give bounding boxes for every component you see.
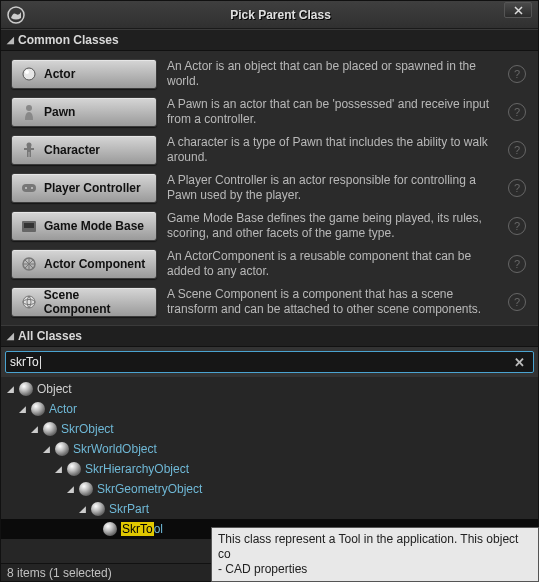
class-button-character[interactable]: Character: [11, 135, 157, 165]
titlebar: Pick Parent Class: [1, 1, 538, 29]
class-desc: A Pawn is an actor that can be 'possesse…: [163, 95, 502, 129]
tree-item[interactable]: ◢SkrGeometryObject: [1, 479, 538, 499]
search-input[interactable]: skrTo ✕: [5, 351, 534, 373]
class-row-player-controller: Player Controller A Player Controller is…: [5, 169, 534, 207]
class-button-pawn[interactable]: Pawn: [11, 97, 157, 127]
help-icon[interactable]: ?: [508, 255, 526, 273]
tree-item[interactable]: ◢SkrPart: [1, 499, 538, 519]
svg-point-16: [23, 296, 35, 308]
class-button-scene-component[interactable]: Scene Component: [11, 287, 157, 317]
class-desc: An Actor is an object that can be placed…: [163, 57, 502, 91]
class-button-player-controller[interactable]: Player Controller: [11, 173, 157, 203]
window-title: Pick Parent Class: [27, 8, 534, 22]
tooltip: This class represent a Tool in the appli…: [211, 527, 539, 582]
svg-rect-5: [27, 147, 31, 152]
class-sphere-icon: [31, 402, 45, 416]
character-icon: [20, 141, 38, 159]
help-icon[interactable]: ?: [508, 217, 526, 235]
class-sphere-icon: [43, 422, 57, 436]
class-desc: A Player Controller is an actor responsi…: [163, 171, 502, 205]
svg-point-4: [27, 143, 32, 148]
tree-item[interactable]: ◢SkrWorldObject: [1, 439, 538, 459]
controller-icon: [20, 179, 38, 197]
close-button[interactable]: [504, 2, 532, 18]
svg-point-12: [31, 187, 33, 189]
scene-component-icon: [20, 293, 38, 311]
tree-label: SkrGeometryObject: [97, 482, 202, 496]
collapse-icon: ◢: [7, 35, 14, 45]
class-row-character: Character A character is a type of Pawn …: [5, 131, 534, 169]
common-classes-list: Actor An Actor is an object that can be …: [1, 51, 538, 325]
class-desc: A character is a type of Pawn that inclu…: [163, 133, 502, 167]
tree-label: SkrTool: [121, 522, 163, 536]
help-icon[interactable]: ?: [508, 65, 526, 83]
actor-icon: [20, 65, 38, 83]
pawn-icon: [20, 103, 38, 121]
expand-icon[interactable]: ◢: [17, 404, 27, 414]
tree-label: Actor: [49, 402, 77, 416]
class-row-game-mode: Game Mode Base Game Mode Base defines th…: [5, 207, 534, 245]
tree-item[interactable]: ◢SkrObject: [1, 419, 538, 439]
class-sphere-icon: [103, 522, 117, 536]
class-sphere-icon: [19, 382, 33, 396]
tree-item[interactable]: ◢Actor: [1, 399, 538, 419]
help-icon[interactable]: ?: [508, 103, 526, 121]
svg-point-2: [25, 70, 29, 74]
tree-label: SkrHierarchyObject: [85, 462, 189, 476]
class-row-actor: Actor An Actor is an object that can be …: [5, 55, 534, 93]
tree-label: SkrObject: [61, 422, 114, 436]
expand-icon[interactable]: ◢: [5, 384, 15, 394]
expand-icon[interactable]: ◢: [53, 464, 63, 474]
help-icon[interactable]: ?: [508, 141, 526, 159]
class-button-actor-component[interactable]: Actor Component: [11, 249, 157, 279]
gamemode-icon: [20, 217, 38, 235]
unreal-logo-icon: [5, 4, 27, 26]
class-desc: Game Mode Base defines the game being pl…: [163, 209, 502, 243]
svg-rect-8: [27, 152, 29, 157]
tree-item[interactable]: ◢Object: [1, 379, 538, 399]
help-icon[interactable]: ?: [508, 179, 526, 197]
class-row-actor-component: Actor Component An ActorComponent is a r…: [5, 245, 534, 283]
class-row-scene-component: Scene Component A Scene Component is a c…: [5, 283, 534, 321]
class-button-actor[interactable]: Actor: [11, 59, 157, 89]
class-sphere-icon: [91, 502, 105, 516]
class-row-pawn: Pawn A Pawn is an actor that can be 'pos…: [5, 93, 534, 131]
common-classes-header[interactable]: ◢ Common Classes: [1, 29, 538, 51]
class-button-game-mode[interactable]: Game Mode Base: [11, 211, 157, 241]
svg-rect-7: [31, 148, 34, 150]
svg-rect-14: [24, 223, 34, 228]
expand-icon[interactable]: ◢: [65, 484, 75, 494]
collapse-icon: ◢: [7, 331, 14, 341]
tree-label: SkrPart: [109, 502, 149, 516]
all-classes-header[interactable]: ◢ All Classes: [1, 325, 538, 347]
class-sphere-icon: [67, 462, 81, 476]
class-sphere-icon: [79, 482, 93, 496]
svg-rect-10: [22, 184, 36, 192]
svg-point-3: [26, 105, 32, 111]
tree-item[interactable]: ◢SkrHierarchyObject: [1, 459, 538, 479]
expand-icon[interactable]: ◢: [41, 444, 51, 454]
svg-rect-9: [30, 152, 32, 157]
svg-rect-6: [24, 148, 27, 150]
expand-icon[interactable]: ◢: [29, 424, 39, 434]
class-desc: An ActorComponent is a reusable componen…: [163, 247, 502, 281]
svg-point-1: [23, 68, 35, 80]
tree-label: SkrWorldObject: [73, 442, 157, 456]
expand-icon[interactable]: ◢: [77, 504, 87, 514]
class-sphere-icon: [55, 442, 69, 456]
help-icon[interactable]: ?: [508, 293, 526, 311]
tree-label: Object: [37, 382, 72, 396]
svg-point-11: [25, 187, 27, 189]
class-desc: A Scene Component is a component that ha…: [163, 285, 502, 319]
clear-search-icon[interactable]: ✕: [510, 355, 529, 370]
text-caret: [40, 356, 41, 369]
actor-component-icon: [20, 255, 38, 273]
